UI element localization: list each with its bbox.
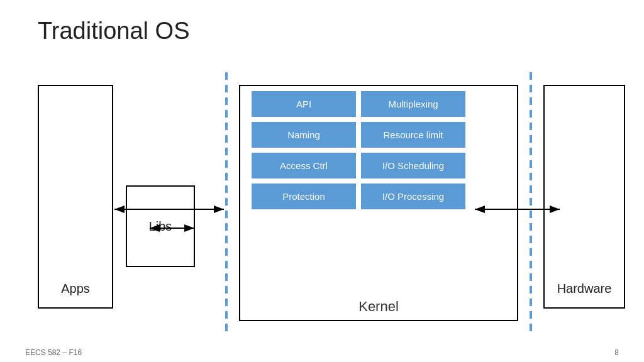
- btn-naming: Naming: [252, 122, 356, 148]
- btn-io-scheduling: I/O Scheduling: [361, 153, 465, 178]
- btn-io-processing: I/O Processing: [361, 184, 465, 209]
- footer-course: EECS 582 – F16: [25, 348, 82, 357]
- kernel-buttons-grid: API Multiplexing Naming Resource limit A…: [252, 91, 465, 209]
- hardware-label: Hardware: [543, 282, 625, 296]
- apps-label: Apps: [38, 282, 113, 296]
- btn-api: API: [252, 91, 356, 117]
- apps-box: [38, 85, 113, 309]
- hardware-box: [543, 85, 625, 309]
- slide-title: Traditional OS: [38, 18, 189, 45]
- footer-page: 8: [614, 348, 619, 357]
- libs-label: Libs: [126, 185, 195, 267]
- btn-access-ctrl: Access Ctrl: [252, 153, 356, 178]
- dashed-line-left: [225, 72, 228, 334]
- btn-protection: Protection: [252, 184, 356, 209]
- kernel-label: Kernel: [239, 299, 518, 315]
- btn-multiplexing: Multiplexing: [361, 91, 465, 117]
- dashed-line-right: [530, 72, 532, 334]
- btn-resource-limit: Resource limit: [361, 122, 465, 148]
